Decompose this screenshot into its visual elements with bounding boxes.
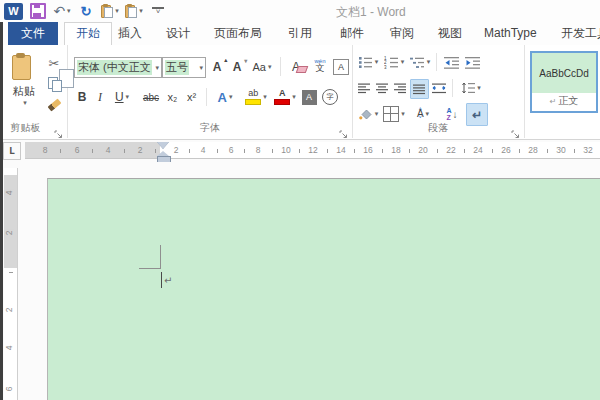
svg-text:3: 3 xyxy=(384,64,387,68)
tab-stop-selector[interactable]: L xyxy=(3,142,21,160)
redo-icon xyxy=(81,2,92,20)
ruler-number: 30 xyxy=(556,145,565,155)
font-name-combo[interactable]: 宋体 (中文正文 xyxy=(74,57,162,78)
italic-button[interactable]: I xyxy=(94,88,106,106)
copy-icon xyxy=(48,77,61,91)
text-highlight-icon: ab xyxy=(245,89,261,105)
clear-formatting-button[interactable]: A xyxy=(286,57,306,76)
distribute-text-button[interactable] xyxy=(430,79,449,97)
ruler-number: 2 xyxy=(4,307,14,314)
word-window: 文档1 - Word 文件 开始 插入 设计 页面布局 引用 邮件 审阅 视图 … xyxy=(0,0,600,400)
tab-developer[interactable]: 开发工具 xyxy=(561,22,600,45)
separator xyxy=(280,57,281,76)
font-color-button[interactable]: A xyxy=(272,87,298,107)
tab-home[interactable]: 开始 xyxy=(64,22,112,46)
save-button[interactable] xyxy=(29,1,47,21)
tab-mathtype[interactable]: MathType xyxy=(484,22,537,45)
tab-review[interactable]: 审阅 xyxy=(390,22,414,45)
ruler-number: 22 xyxy=(446,145,455,155)
tab-design[interactable]: 设计 xyxy=(166,22,190,45)
chevron-down-icon xyxy=(229,93,233,101)
align-center-button[interactable] xyxy=(374,79,391,97)
chevron-down-icon xyxy=(153,64,161,72)
asian-layout-icon: ˄A˅ xyxy=(417,108,424,119)
font-name-value: 宋体 (中文正文 xyxy=(77,60,152,75)
paste-icon xyxy=(101,4,113,18)
tab-insert[interactable]: 插入 xyxy=(118,22,142,45)
strikethrough-icon: abc xyxy=(143,92,159,103)
format-painter-icon xyxy=(47,99,61,112)
line-spacing-button[interactable] xyxy=(458,79,484,97)
scissors-icon xyxy=(49,56,60,71)
chevron-down-icon xyxy=(427,58,431,66)
enclose-characters-button[interactable]: 字 xyxy=(321,88,339,106)
increase-indent-button[interactable] xyxy=(463,53,482,71)
customize-qat-icon xyxy=(152,7,164,15)
align-right-button[interactable] xyxy=(392,79,409,97)
superscript-button[interactable]: x² xyxy=(183,88,200,106)
text-highlight-button[interactable]: ab xyxy=(242,87,270,107)
separator xyxy=(436,53,437,71)
bullets-icon xyxy=(358,56,373,69)
character-shading-button[interactable]: A xyxy=(300,88,318,106)
shrink-font-button[interactable]: A xyxy=(228,57,246,76)
ruler-number: 6 xyxy=(75,145,80,155)
chevron-down-icon xyxy=(139,7,143,15)
bullets-button[interactable] xyxy=(356,53,380,71)
word-logo-button[interactable] xyxy=(4,1,23,21)
multilevel-list-button[interactable] xyxy=(408,53,432,71)
numbering-button[interactable]: 123 xyxy=(382,53,406,71)
paste-button[interactable]: 粘贴 xyxy=(5,53,43,119)
style-preview-text: AaBbCcDd xyxy=(532,53,596,93)
redo-button[interactable] xyxy=(77,1,95,21)
ruler-number: 8 xyxy=(256,145,261,155)
style-normal-tile[interactable]: AaBbCcDd 正文 xyxy=(530,51,598,113)
tab-file[interactable]: 文件 xyxy=(8,22,58,45)
borders-icon xyxy=(383,106,399,122)
underline-button[interactable]: U xyxy=(110,88,134,106)
paragraph-dialog-launcher[interactable] xyxy=(511,125,520,134)
paste-special-button[interactable] xyxy=(101,1,119,21)
align-left-button[interactable] xyxy=(356,79,373,97)
tab-references[interactable]: 引用 xyxy=(288,22,312,45)
font-dialog-launcher[interactable] xyxy=(339,125,348,134)
ribbon-tab-bar: 文件 开始 插入 设计 页面布局 引用 邮件 审阅 视图 MathType 开发… xyxy=(0,22,600,45)
copy-button[interactable] xyxy=(46,76,62,92)
document-page[interactable]: ↵ xyxy=(47,178,600,400)
clipboard-dialog-launcher[interactable] xyxy=(54,125,63,134)
undo-button[interactable] xyxy=(53,1,71,21)
chevron-down-icon xyxy=(401,110,405,118)
distribute-text-icon xyxy=(432,83,447,94)
group-clipboard: 粘贴 剪贴板 xyxy=(0,45,68,138)
paste-icon xyxy=(125,4,137,18)
format-painter-button[interactable] xyxy=(46,97,62,113)
undo-icon xyxy=(53,2,65,20)
ruler-number: 2 xyxy=(138,145,143,155)
first-line-indent-marker[interactable] xyxy=(157,142,169,149)
ruler-number: 6 xyxy=(229,145,234,155)
subscript-button[interactable]: x₂ xyxy=(164,88,181,106)
phonetic-guide-button[interactable]: wén文 xyxy=(310,55,330,76)
decrease-indent-button[interactable] xyxy=(442,53,461,71)
bold-button[interactable]: B xyxy=(74,88,90,106)
character-border-button[interactable]: A xyxy=(332,58,350,76)
tab-view[interactable]: 视图 xyxy=(438,22,462,45)
strikethrough-button[interactable]: abc xyxy=(140,88,162,106)
italic-icon: I xyxy=(98,90,102,105)
justify-button[interactable] xyxy=(410,79,429,99)
grow-font-button[interactable]: A xyxy=(208,57,226,76)
font-group-label: 字体 xyxy=(68,121,352,135)
ruler-number: 26 xyxy=(501,145,510,155)
cut-button[interactable] xyxy=(46,55,62,71)
line-spacing-icon xyxy=(461,82,475,94)
paste-button-qat[interactable] xyxy=(125,1,143,21)
numbering-icon: 123 xyxy=(384,56,399,69)
subscript-icon: x₂ xyxy=(168,91,178,103)
font-size-combo[interactable]: 五号 xyxy=(162,57,206,78)
group-styles: AaBbCcDd 正文 xyxy=(524,45,600,138)
customize-qat-button[interactable] xyxy=(149,1,167,21)
tab-page-layout[interactable]: 页面布局 xyxy=(214,22,262,45)
text-effects-button[interactable]: A xyxy=(212,87,238,107)
tab-mailings[interactable]: 邮件 xyxy=(340,22,364,45)
change-case-button[interactable]: Aa xyxy=(249,57,275,76)
